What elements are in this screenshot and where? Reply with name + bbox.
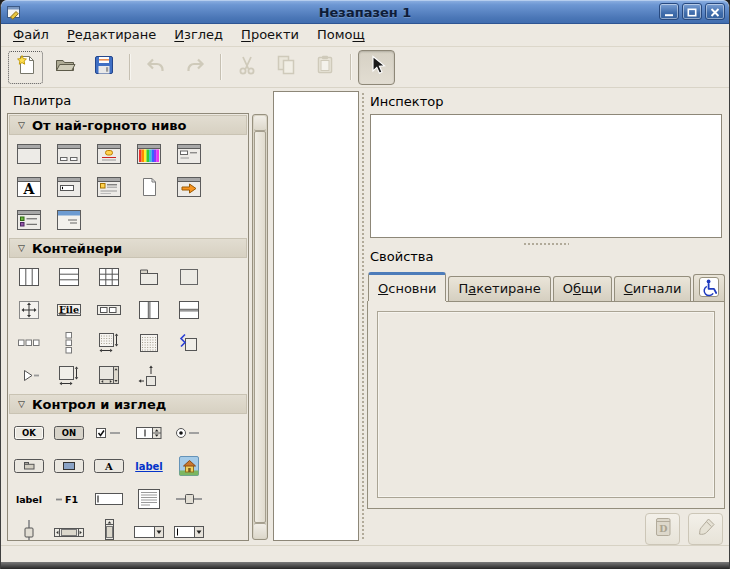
menubar: ФайлРедактиранеИзгледПроектиПомощ [1,24,729,47]
palette-item-label[interactable]: label [9,482,49,515]
close-button[interactable] [705,3,725,20]
toolbar [1,47,729,88]
inspector-panel[interactable] [370,114,722,238]
tab-packing[interactable]: Пакетиране [448,276,550,301]
palette-item-fontbutton[interactable]: A [89,449,129,482]
palette-grid: OKONAlabellabelF1 [8,415,248,541]
collapse-triangle-icon: ▽ [18,399,25,409]
palette-item-hbox[interactable] [9,260,49,293]
palette-item-radiobutton[interactable] [169,416,209,449]
palette-item-file-chooser-dialog[interactable] [89,170,129,203]
scroll-up-button[interactable] [254,116,266,131]
selector-button[interactable] [358,50,395,85]
palette-item-checkbutton[interactable] [89,416,129,449]
palette-item-vbox[interactable] [49,260,89,293]
minimize-icon [664,2,674,21]
svg-text:ON: ON [62,428,76,438]
redo-icon [183,53,207,81]
tab-signals[interactable]: Сигнали [614,276,692,301]
palette-item-menubar-widget[interactable]: File [49,293,89,326]
paned-grip-vertical[interactable] [360,91,365,541]
palette-item-layout[interactable] [89,359,129,392]
palette-item-hscale[interactable] [169,482,209,515]
palette-item-entry[interactable] [89,482,129,515]
palette-item-handlebox[interactable] [169,326,209,359]
palette-item-comboboxentry[interactable] [169,515,209,541]
palette-item-assistant[interactable] [169,170,209,203]
open-button[interactable] [46,50,83,85]
glade-window: Незапазен 1 ФайлРедактиранеИзгледПроекти… [0,0,730,569]
palette-item-table[interactable] [89,260,129,293]
palette-item-eventbox[interactable] [129,326,169,359]
palette-item-recent-chooser-dialog[interactable] [9,203,49,236]
palette-item-color-selection-dialog[interactable] [129,137,169,170]
palette-grid: File [8,259,248,393]
toolbar-separator [350,54,351,80]
palette-item-textview[interactable] [129,482,169,515]
window-bottom-border [1,562,729,569]
palette-item-spinbutton[interactable] [129,416,169,449]
palette-item-button[interactable]: OK [9,416,49,449]
palette-item-alignment[interactable] [129,359,169,392]
minimize-button[interactable] [659,3,679,20]
menu-view[interactable]: Изглед [165,24,232,46]
menu-edit[interactable]: Редактиране [58,24,165,46]
undo-button [137,50,174,85]
scrollbar-thumb[interactable] [254,131,266,523]
tab-accessibility[interactable] [693,274,725,301]
new-button[interactable] [7,50,44,85]
palette-item-hpaned[interactable] [129,293,169,326]
palette-item-frame[interactable] [169,260,209,293]
palette-item-file-selection-dialog[interactable] [169,137,209,170]
palette-section-header[interactable]: ▽Контейнери [9,238,247,258]
design-canvas[interactable] [273,91,359,541]
palette-item-scrolledwindow[interactable] [49,359,89,392]
palette-section-header[interactable]: ▽От най-горното ниво [9,115,247,135]
menu-help[interactable]: Помощ [308,24,374,46]
menu-projects[interactable]: Проекти [232,24,308,46]
palette-item-message-dialog[interactable] [89,137,129,170]
palette-section-header[interactable]: ▽Контрол и изглед [9,394,247,414]
tab-general[interactable]: Основни [368,272,446,301]
palette-item-dialog[interactable] [49,137,89,170]
palette-item-vscale[interactable] [9,515,49,541]
palette-item-input-dialog[interactable] [49,170,89,203]
palette-item-vscrollbar[interactable] [89,515,129,541]
palette-item-image[interactable] [169,449,209,482]
maximize-button[interactable] [682,3,702,20]
palette-item-viewport[interactable] [89,326,129,359]
palette-scrollbar[interactable] [252,114,268,540]
palette-item-hscrollbar[interactable] [49,515,89,541]
palette-item-plugin-window[interactable] [49,203,89,236]
palette-item-hbuttonbox[interactable] [9,326,49,359]
titlebar[interactable]: Незапазен 1 [1,0,729,24]
palette-item-linkbutton[interactable]: label [129,449,169,482]
scroll-down-button[interactable] [254,523,266,538]
palette-item-fixed[interactable] [9,293,49,326]
save-button[interactable] [85,50,122,85]
menu-file[interactable]: Файл [4,24,58,46]
palette-section-label: Контрол и изглед [32,397,166,412]
palette-item-vbuttonbox[interactable] [49,326,89,359]
palette-item-expander[interactable] [9,359,49,392]
palette-item-colorbutton[interactable] [49,449,89,482]
palette-item-accellabel[interactable]: F1 [49,482,89,515]
palette-item-vpaned[interactable] [169,293,209,326]
palette-item-filechooserbutton[interactable] [9,449,49,482]
save-icon [92,53,116,81]
palette-item-togglebutton[interactable]: ON [49,416,89,449]
palette-item-about-dialog[interactable] [129,170,169,203]
devhelp-button: D [645,513,680,545]
palette-item-notebook[interactable] [129,260,169,293]
redo-button [176,50,213,85]
tab-common[interactable]: Общи [553,276,612,301]
palette-item-window[interactable] [9,137,49,170]
palette-item-font-selection-dialog[interactable]: A [9,170,49,203]
palette-item-combobox[interactable] [129,515,169,541]
statusbar [1,545,729,563]
palette-item-toolbar-widget[interactable] [89,293,129,326]
inspector-title: Инспектор [370,94,444,109]
paned-grip-horizontal[interactable] [523,242,569,247]
svg-text:A: A [104,460,113,471]
close-icon [710,2,720,21]
